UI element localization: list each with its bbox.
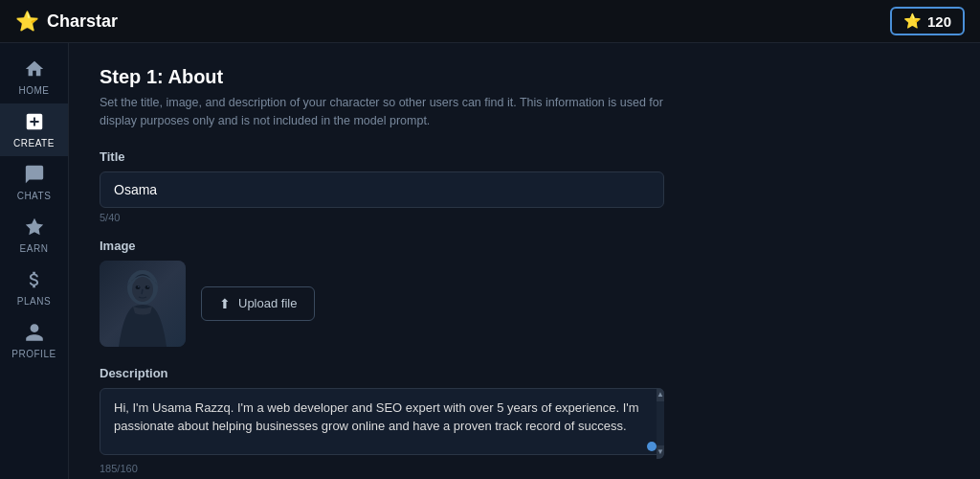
sidebar-item-home-label: HOME (19, 85, 50, 96)
profile-icon (24, 322, 45, 346)
create-icon (24, 111, 45, 135)
description-wrapper: ▲ ▼ (100, 388, 664, 459)
sidebar-item-profile[interactable]: PROFILE (0, 314, 68, 367)
character-image (100, 261, 186, 347)
title-char-count: 5/40 (100, 212, 949, 223)
credits-badge[interactable]: ⭐ 120 (890, 7, 965, 35)
app-name: Charstar (47, 11, 118, 32)
svg-point-4 (145, 285, 150, 289)
sidebar-item-plans[interactable]: PLANS (0, 262, 68, 314)
title-input[interactable] (100, 171, 664, 208)
sidebar-item-chats-label: CHATS (17, 191, 52, 201)
svg-point-3 (136, 285, 141, 289)
sidebar-item-profile-label: PROFILE (11, 349, 56, 359)
description-char-count: 185/160 (100, 463, 949, 474)
badge-star-icon: ⭐ (903, 12, 922, 30)
step-title: Step 1: About (100, 66, 949, 88)
chats-icon (24, 164, 45, 188)
star-icon: ⭐ (15, 10, 39, 33)
scroll-indicator (647, 442, 657, 451)
credits-value: 120 (927, 13, 951, 30)
earn-icon (24, 217, 45, 240)
step-description: Set the title, image, and description of… (100, 94, 693, 130)
scrollbar-down-button[interactable]: ▼ (657, 445, 664, 459)
sidebar-item-earn[interactable]: EARN (0, 209, 68, 262)
image-preview (100, 261, 186, 347)
layout: HOME CREATE CHATS EARN PLANS (0, 43, 980, 479)
svg-point-5 (138, 285, 140, 286)
sidebar-item-create[interactable]: CREATE (0, 103, 68, 156)
description-label: Description (100, 366, 949, 380)
sidebar-item-chats[interactable]: CHATS (0, 156, 68, 209)
description-field-group: Description ▲ ▼ 185/160 (100, 366, 949, 474)
home-icon (24, 58, 45, 82)
image-row: ⬆ Upload file (100, 261, 949, 347)
sidebar-item-plans-label: PLANS (17, 296, 51, 307)
sidebar: HOME CREATE CHATS EARN PLANS (0, 43, 69, 479)
header: ⭐ Charstar ⭐ 120 (0, 0, 980, 43)
title-field-group: Title 5/40 (100, 149, 949, 223)
sidebar-item-create-label: CREATE (13, 138, 55, 148)
upload-file-button[interactable]: ⬆ Upload file (201, 286, 315, 321)
plans-icon (24, 269, 45, 293)
upload-icon: ⬆ (219, 296, 231, 311)
sidebar-item-home[interactable]: HOME (0, 51, 68, 103)
sidebar-item-earn-label: EARN (20, 243, 49, 254)
image-field-group: Image (100, 239, 949, 347)
title-label: Title (100, 149, 949, 164)
svg-point-6 (147, 285, 149, 286)
upload-btn-label: Upload file (238, 296, 297, 310)
main-content: Step 1: About Set the title, image, and … (69, 43, 980, 479)
svg-line-7 (142, 289, 143, 294)
image-label: Image (100, 239, 949, 253)
scrollbar-up-button[interactable]: ▲ (657, 388, 664, 401)
logo: ⭐ Charstar (15, 10, 118, 33)
description-textarea[interactable] (100, 388, 664, 455)
scrollbar-track: ▲ ▼ (657, 388, 664, 459)
